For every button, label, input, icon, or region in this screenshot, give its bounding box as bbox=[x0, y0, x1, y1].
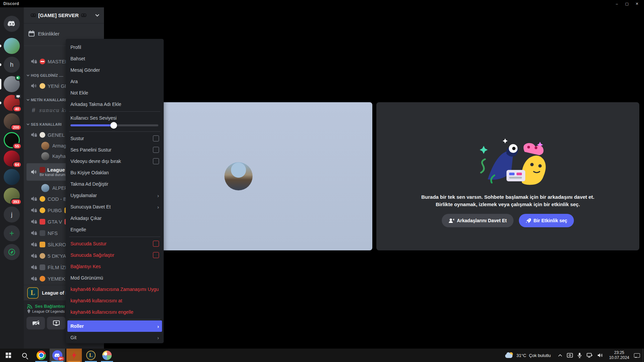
menu-item-not-ekle[interactable]: Not Ekle › bbox=[66, 87, 164, 99]
voice-active-badge bbox=[15, 75, 21, 81]
j-server[interactable]: j bbox=[4, 206, 20, 223]
voice-status-text[interactable]: Ses Bağlantısı K bbox=[35, 304, 69, 309]
menu-item-sunucuda-sa-rla-t-r[interactable]: Sunucuda Sağırlaştır › bbox=[66, 249, 164, 261]
menu-item-git[interactable]: Git › bbox=[66, 332, 164, 343]
menu-item-profil[interactable]: Profil › bbox=[66, 42, 164, 53]
search-button[interactable] bbox=[17, 349, 32, 362]
invite-friends-button[interactable]: Arkadaşlarını Davet Et bbox=[442, 214, 514, 227]
paint-app[interactable] bbox=[99, 349, 115, 362]
voice-channel-name[interactable]: League Of Legends bbox=[32, 309, 65, 313]
discord-app[interactable]: 9+ bbox=[50, 349, 65, 362]
mention-badge: 40 bbox=[12, 106, 22, 112]
close-button[interactable]: ✕ bbox=[632, 0, 642, 7]
notification-center-icon[interactable] bbox=[634, 353, 640, 358]
add-server[interactable]: + bbox=[4, 225, 20, 241]
menu-item-mod-g-r-n-m[interactable]: Mod Görünümü › bbox=[66, 272, 164, 284]
checkbox[interactable] bbox=[153, 135, 159, 141]
checkbox[interactable] bbox=[153, 252, 159, 258]
controller-emoji-icon bbox=[81, 13, 87, 17]
menu-item-sunucuya-davet-et[interactable]: Sunucuya Davet Et › bbox=[66, 201, 164, 213]
checkbox[interactable] bbox=[153, 158, 159, 164]
menu-item-ses-panelini-sustur[interactable]: Ses Panelini Sustur › bbox=[66, 144, 164, 156]
bolt-app[interactable] bbox=[66, 349, 82, 362]
menu-item-kayhan46-kullan-c-s-na-zamana-m-uygula[interactable]: kayhan46 Kullanıcısına Zamanaşımı Uygula… bbox=[66, 284, 164, 295]
firetruck-emoji bbox=[40, 219, 45, 225]
speaker-icon[interactable] bbox=[595, 349, 606, 362]
menu-item-sunucuda-sustur[interactable]: Sunucuda Sustur › bbox=[66, 238, 164, 249]
menu-divider bbox=[69, 319, 160, 319]
mention-badge: 393 bbox=[10, 198, 22, 205]
minimize-button[interactable]: – bbox=[612, 0, 622, 7]
hand-emoji bbox=[40, 253, 45, 259]
unread-count-badge: 9+ bbox=[58, 357, 64, 361]
speaker-icon bbox=[31, 253, 37, 259]
checkbox[interactable] bbox=[153, 241, 159, 247]
menu-item-bahset[interactable]: Bahset › bbox=[66, 53, 164, 64]
m-neon-server[interactable]: 64 bbox=[4, 150, 20, 167]
menu-item-ara[interactable]: Ara › bbox=[66, 76, 164, 87]
portrait-server[interactable]: 200 bbox=[4, 113, 20, 129]
events-label: Etkinlikler bbox=[38, 31, 59, 37]
server-name: [GAME] SERVER bbox=[38, 12, 79, 18]
choose-activity-button[interactable]: Bir Etkinlik seç bbox=[519, 214, 574, 227]
chrome-app[interactable] bbox=[34, 349, 49, 362]
show-desktop-button[interactable] bbox=[643, 349, 644, 362]
network-icon[interactable] bbox=[584, 349, 595, 362]
shield-server[interactable] bbox=[4, 169, 20, 185]
baby-emoji bbox=[40, 83, 45, 89]
coffee-emoji bbox=[40, 132, 45, 138]
weather-condition: Çok bulutlu bbox=[529, 353, 551, 358]
submenu-chevron-icon: › bbox=[157, 323, 159, 329]
menu-divider bbox=[69, 131, 160, 132]
menu-item-arkada-kar[interactable]: Arkadaşı Çıkar › bbox=[66, 213, 164, 224]
checkbox[interactable] bbox=[153, 147, 159, 153]
menu-item-engelle[interactable]: Engelle › bbox=[66, 224, 164, 235]
menu-item-kayhan46-kullan-c-s-n-engelle[interactable]: kayhan46 kullanıcısını engelle › bbox=[66, 306, 164, 318]
game-server[interactable] bbox=[4, 76, 20, 92]
menu-item-takma-ad-de-i-tir[interactable]: Takma Ad Değiştir › bbox=[66, 178, 164, 190]
h-server[interactable]: h bbox=[4, 57, 20, 73]
menu-item-ba-lant-y-kes[interactable]: Bağlantıyı Kes › bbox=[66, 261, 164, 272]
calendar-icon bbox=[29, 31, 35, 37]
mention-badge: 200 bbox=[10, 124, 22, 131]
discord-home[interactable] bbox=[4, 16, 20, 32]
user-volume-control: Kullanıcı Ses Seviyesi bbox=[66, 113, 164, 130]
league-of-legends-app[interactable]: L bbox=[83, 349, 99, 362]
weather-widget[interactable]: 31°C Çok bulutlu bbox=[505, 352, 551, 358]
menu-item-kayhan46-kullan-c-s-n-at[interactable]: kayhan46 kullanıcısını at › bbox=[66, 295, 164, 306]
server-header[interactable]: [GAME] SERVER bbox=[24, 7, 104, 23]
menu-item-arkada-takma-ad-ekle[interactable]: Arkadaş Takma Adı Ekle › bbox=[66, 99, 164, 110]
taskbar-clock[interactable]: 23:25 10.07.2024 bbox=[609, 350, 629, 360]
invite-friends-label: Arkadaşlarını Davet Et bbox=[457, 218, 507, 223]
camera-off-button[interactable] bbox=[26, 317, 45, 329]
cast-icon[interactable] bbox=[565, 349, 575, 362]
participant-avatar bbox=[224, 162, 253, 190]
system-tray: 31°C Çok bulutlu 23:25 10.07.2024 bbox=[505, 349, 644, 362]
volume-slider[interactable] bbox=[70, 121, 159, 130]
microphone-icon[interactable] bbox=[575, 349, 584, 362]
cartoon-server[interactable] bbox=[4, 38, 20, 54]
screen-share-button[interactable] bbox=[47, 317, 65, 329]
mention-badge: 64 bbox=[12, 161, 22, 168]
menu-item-sustur[interactable]: Sustur › bbox=[66, 133, 164, 144]
slider-thumb[interactable] bbox=[110, 122, 117, 129]
empty-state-panel: Burada bir tek sen varsın. Sohbete başla… bbox=[376, 102, 639, 250]
member-avatar bbox=[41, 142, 49, 150]
traffic-light-emoji bbox=[40, 230, 45, 236]
menu-item-mesaj-g-nder[interactable]: Mesaj Gönder › bbox=[66, 64, 164, 76]
red-server[interactable]: 40 bbox=[4, 95, 20, 111]
speaker-icon bbox=[31, 132, 37, 138]
start-button[interactable] bbox=[1, 349, 16, 362]
sidebar-item-events[interactable]: Etkinlikler bbox=[24, 29, 104, 38]
explore-servers[interactable] bbox=[4, 244, 20, 260]
hand-server[interactable]: 393 bbox=[4, 188, 20, 204]
menu-item-bu-ki-iye-odaklan[interactable]: Bu Kişiye Odaklan › bbox=[66, 167, 164, 178]
menu-item-uygulamalar[interactable]: Uygulamalar › bbox=[66, 190, 164, 201]
maximize-button[interactable]: ▢ bbox=[622, 0, 632, 7]
voice-stage: Burada bir tek sen varsın. Sohbete başla… bbox=[104, 7, 644, 349]
menu-item-videoyu-devre-d-b-rak[interactable]: Videoyu devre dışı bırak › bbox=[66, 156, 164, 167]
tray-expand-chevron[interactable] bbox=[555, 349, 565, 362]
empty-state-line1: Burada bir tek sen varsın. Sohbete başla… bbox=[376, 194, 639, 200]
signature-server[interactable]: 55 bbox=[4, 132, 20, 148]
menu-item-roller[interactable]: Roller › bbox=[67, 320, 162, 332]
